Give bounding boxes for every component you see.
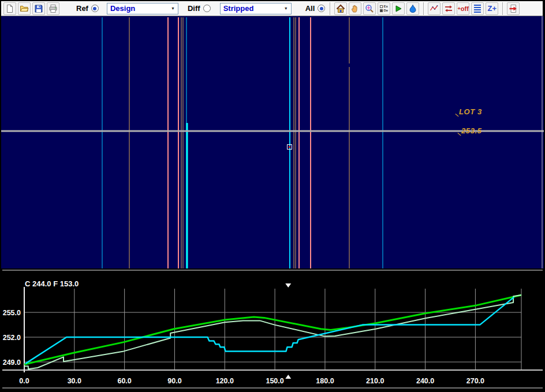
pan-button[interactable] (349, 2, 361, 15)
y-tick-label: 252.0 (3, 334, 21, 342)
ref-label: Ref (76, 4, 88, 13)
toolbar: Ref Design ▼ Diff Stripped ▼ All (1, 1, 543, 16)
ex-label: Ex (383, 5, 387, 9)
all-radio[interactable] (318, 5, 325, 12)
x-tick-label: 210.0 (366, 377, 384, 385)
application-window: Ref Design ▼ Diff Stripped ▼ All (0, 0, 545, 392)
run-play-icon (394, 4, 403, 13)
zoom-window-button[interactable] (363, 2, 376, 15)
x-tick-label: 60.0 (117, 377, 131, 385)
print-button[interactable] (47, 2, 59, 15)
swap-sections-button[interactable] (442, 2, 455, 15)
run-button[interactable] (392, 2, 405, 15)
new-icon (5, 4, 14, 13)
toolbar-separator (502, 2, 503, 15)
section-profile-button[interactable] (428, 2, 441, 15)
zoom-plus-button[interactable]: Z+ (486, 2, 498, 15)
series-natural-surface (24, 295, 521, 369)
x-tick-label: 90.0 (167, 377, 181, 385)
swap-arrows-icon (444, 4, 453, 13)
chevron-down-icon: ▼ (171, 6, 175, 10)
series-stripped-surface (25, 297, 514, 364)
home-icon (336, 4, 345, 13)
chainage-offset-readout: C 244.0 F 153.0 (25, 279, 79, 288)
x-tick-label: 0.0 (19, 377, 29, 385)
y-tick-label: 249.0 (3, 359, 21, 367)
zoom-window-icon (365, 4, 374, 13)
open-button[interactable] (18, 2, 31, 15)
exclude-decline-button[interactable]: Ex De (378, 2, 390, 15)
x-tick-label: 120.0 (216, 377, 234, 385)
toolbar-separator (423, 2, 424, 15)
y-tick-label: 255.0 (3, 309, 21, 317)
water-drop-button[interactable] (406, 2, 419, 15)
checkbox-checked-icon (380, 9, 383, 12)
exit-icon (509, 4, 518, 13)
cross-section-chart: C 244.0 F 153.0249.0252.0255.00.030.060.… (1, 268, 544, 391)
printer-icon (48, 4, 58, 13)
design-dropdown-value: Design (110, 4, 135, 13)
exit-button[interactable] (507, 2, 520, 15)
new-button[interactable] (3, 2, 16, 15)
design-dropdown[interactable]: Design ▼ (107, 3, 178, 14)
x-tick-label: 30.0 (68, 377, 81, 385)
diff-radio[interactable] (203, 5, 211, 12)
lot-label: LOT 3 (459, 107, 482, 116)
exclude-decline-icon: Ex De (380, 5, 388, 13)
water-drop-icon (408, 4, 417, 13)
save-floppy-icon (34, 4, 43, 13)
x-tick-label: 240.0 (416, 377, 434, 385)
x-tick-label: 180.0 (316, 377, 334, 385)
de-label: De (383, 9, 388, 13)
stripped-dropdown[interactable]: Stripped ▼ (220, 3, 292, 14)
x-tick-label: 270.0 (466, 377, 484, 385)
home-view-button[interactable] (334, 2, 347, 15)
stripped-dropdown-value: Stripped (223, 4, 254, 13)
open-folder-icon (20, 4, 29, 13)
plan-drawing (1, 16, 544, 268)
toolbar-separator (330, 2, 331, 15)
elevation-label: 253.5 (461, 126, 482, 135)
station-marker-top[interactable] (285, 283, 291, 288)
section-profile-icon (430, 4, 439, 13)
offset-icon: +off (458, 6, 469, 12)
gridlines (24, 289, 521, 370)
checkbox-icon (380, 5, 383, 8)
plan-view[interactable]: LOT 3 253.5 (1, 16, 544, 268)
save-button[interactable] (32, 2, 45, 15)
x-tick-label: 150.0 (266, 377, 283, 385)
zoom-plus-icon: Z+ (487, 4, 497, 13)
crosshair-cursor (287, 144, 292, 150)
ref-radio[interactable] (91, 5, 99, 12)
series-design-surface (24, 295, 521, 364)
all-label: All (305, 4, 315, 13)
cross-section-panel[interactable]: C 244.0 F 153.0249.0252.0255.00.030.060.… (1, 268, 544, 391)
station-marker-bottom[interactable] (285, 375, 291, 379)
diff-label: Diff (188, 4, 200, 13)
pan-hand-icon (350, 4, 360, 13)
multi-section-icon (474, 5, 481, 13)
chevron-down-icon: ▼ (284, 6, 288, 10)
multi-section-button[interactable] (471, 2, 484, 15)
offset-button[interactable]: +off (457, 2, 469, 15)
